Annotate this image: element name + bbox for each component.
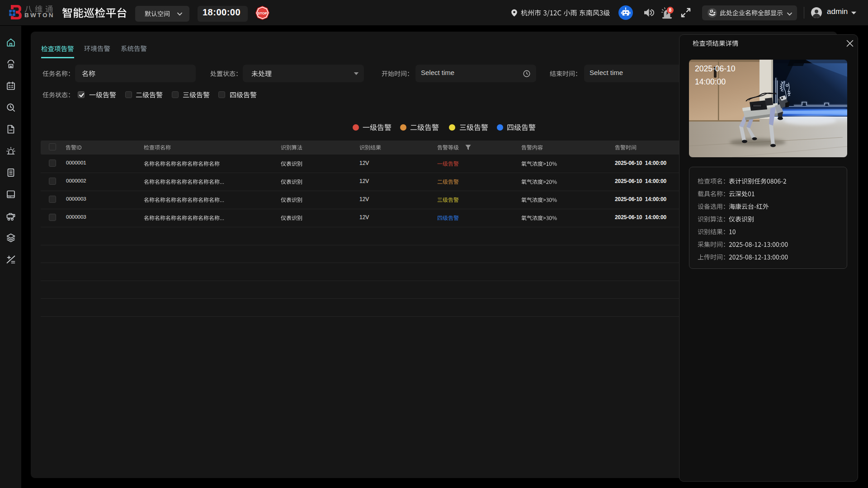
svg-text:STOP: STOP	[258, 11, 268, 15]
